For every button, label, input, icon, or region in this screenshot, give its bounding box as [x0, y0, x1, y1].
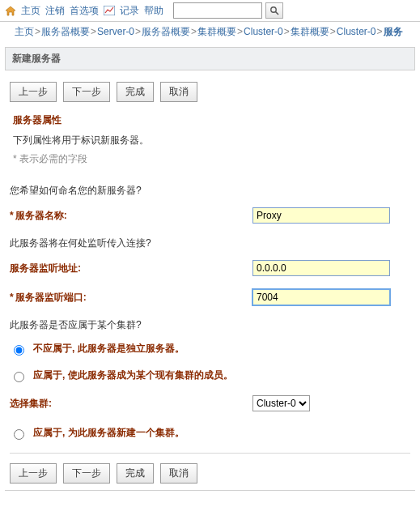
server-name-input[interactable] — [252, 207, 390, 224]
back-button[interactable]: 上一步 — [10, 82, 57, 102]
crumb-1[interactable]: 服务器概要 — [41, 26, 90, 37]
nav-log[interactable]: 记录 — [120, 4, 139, 18]
question-listen: 此服务器将在何处监听传入连接? — [10, 236, 410, 250]
radio-existing-cluster[interactable] — [14, 372, 24, 382]
listen-address-input[interactable] — [252, 260, 390, 276]
search-input[interactable] — [173, 2, 262, 19]
radio-existing-cluster-label: 应属于, 使此服务器成为某个现有集群的成员。 — [33, 369, 233, 382]
crumb-5[interactable]: Cluster-0 — [244, 26, 283, 37]
crumb-3[interactable]: 服务器概要 — [142, 26, 190, 37]
cluster-select-label: 选择集群: — [10, 397, 252, 411]
radio-new-cluster-label: 应属于, 为此服务器新建一个集群。 — [33, 426, 185, 440]
divider — [10, 453, 410, 454]
chart-icon — [104, 6, 115, 15]
main-panel: 新建服务器 上一步 下一步 完成 取消 服务器属性 下列属性将用于标识新服务器。… — [5, 47, 415, 491]
required-note: * 表示必需的字段 — [13, 152, 410, 166]
back-button-bottom[interactable]: 上一步 — [10, 463, 57, 484]
nav-home[interactable]: 主页 — [21, 4, 40, 18]
listen-port-label: *服务器监听端口: — [10, 291, 252, 305]
listen-port-input[interactable] — [252, 289, 390, 305]
svg-line-2 — [276, 12, 279, 15]
panel-title: 新建服务器 — [5, 47, 415, 70]
nav-prefs[interactable]: 首选项 — [70, 4, 99, 18]
question-cluster: 此服务器是否应属于某个集群? — [10, 318, 410, 332]
finish-button-bottom[interactable]: 完成 — [117, 463, 154, 484]
search-button[interactable] — [265, 2, 283, 19]
cancel-button[interactable]: 取消 — [160, 82, 197, 102]
crumb-6[interactable]: 集群概要 — [291, 26, 329, 37]
radio-standalone[interactable] — [14, 345, 24, 356]
server-name-label: *服务器名称: — [10, 209, 252, 223]
question-name: 您希望如何命名您的新服务器? — [10, 184, 410, 198]
next-button[interactable]: 下一步 — [63, 82, 110, 102]
crumb-0[interactable]: 主页 — [15, 26, 34, 37]
nav-logout[interactable]: 注销 — [45, 4, 65, 18]
top-toolbar: 主页 注销 首选项 记录 帮助 — [0, 0, 420, 22]
finish-button[interactable]: 完成 — [117, 82, 154, 102]
home-icon — [5, 6, 16, 16]
listen-address-label: 服务器监听地址: — [10, 262, 252, 275]
cluster-select[interactable]: Cluster-0 — [252, 395, 310, 411]
crumb-7[interactable]: Cluster-0 — [337, 26, 376, 37]
crumb-current: 服务 — [384, 26, 403, 37]
cancel-button-bottom[interactable]: 取消 — [160, 463, 197, 484]
section-desc: 下列属性将用于标识新服务器。 — [13, 134, 410, 147]
crumb-2[interactable]: Server-0 — [97, 26, 134, 37]
wizard-buttons-top: 上一步 下一步 完成 取消 — [10, 82, 410, 102]
search-icon — [269, 6, 279, 15]
next-button-bottom[interactable]: 下一步 — [63, 463, 110, 484]
svg-point-1 — [271, 7, 276, 12]
crumb-4[interactable]: 集群概要 — [197, 26, 236, 37]
section-title: 服务器属性 — [13, 113, 410, 127]
nav-help[interactable]: 帮助 — [144, 4, 163, 18]
wizard-buttons-bottom: 上一步 下一步 完成 取消 — [10, 463, 410, 484]
radio-new-cluster[interactable] — [14, 429, 24, 440]
radio-standalone-label: 不应属于, 此服务器是独立服务器。 — [33, 342, 185, 356]
breadcrumb: 主页>服务器概要>Server-0>服务器概要>集群概要>Cluster-0>集… — [0, 22, 420, 44]
